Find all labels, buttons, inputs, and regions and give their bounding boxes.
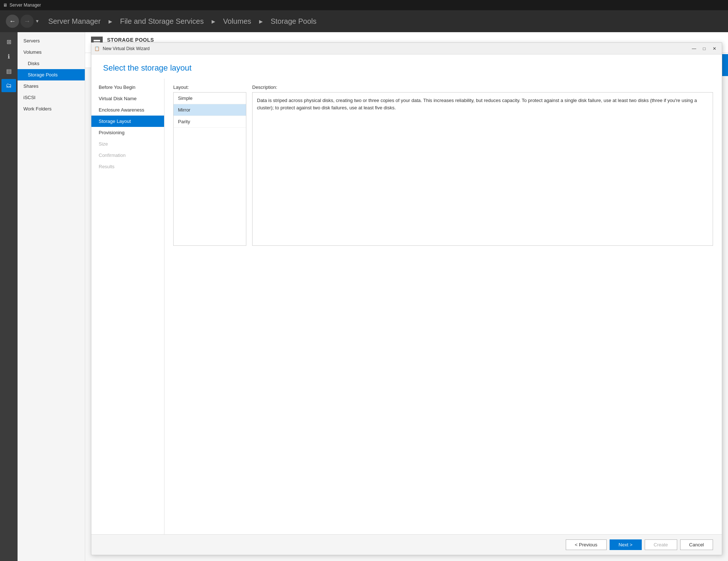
icon-dashboard[interactable]: ⊞ (1, 35, 16, 48)
icon-strip: ⊞ ℹ ▤ 🗂 (0, 32, 18, 561)
step-size: Size (91, 138, 164, 150)
step-results: Results (91, 161, 164, 172)
steps-panel: Before You Begin Virtual Disk Name Enclo… (91, 79, 164, 534)
step-virtual-disk-name[interactable]: Virtual Disk Name (91, 93, 164, 104)
header-nav: ← → ▼ Server Manager ▸ File and Storage … (0, 10, 728, 32)
breadcrumb-part4: Storage Pools (270, 17, 316, 25)
restore-button[interactable]: □ (700, 45, 709, 52)
wizard-content: Before You Begin Virtual Disk Name Enclo… (91, 79, 722, 534)
breadcrumb-sep3: ▸ (259, 17, 263, 25)
breadcrumb-part3: Volumes (223, 17, 251, 25)
sidebar-item-storage-pools[interactable]: Storage Pools (18, 69, 85, 80)
layout-listbox[interactable]: Simple Mirror Parity (173, 92, 246, 246)
minimize-button[interactable]: — (690, 45, 698, 52)
description-section: Description: Data is striped across phys… (252, 84, 713, 528)
step-storage-layout[interactable]: Storage Layout (91, 116, 164, 127)
wizard-main: Layout: Simple Mirror Parity Description… (164, 79, 722, 534)
layout-section: Layout: Simple Mirror Parity (173, 84, 246, 528)
sidebar-item-shares[interactable]: Shares (18, 80, 85, 92)
sidebar-item-iscsi[interactable]: iSCSI (18, 92, 85, 103)
wizard-page-title: Select the storage layout (103, 63, 710, 73)
step-confirmation: Confirmation (91, 150, 164, 161)
wizard-footer: < Previous Next > Create Cancel (91, 534, 722, 555)
app-icon: 🖥 (3, 3, 7, 8)
step-enclosure-awareness[interactable]: Enclosure Awareness (91, 104, 164, 116)
sidebar-item-work-folders[interactable]: Work Folders (18, 103, 85, 114)
layout-item-simple[interactable]: Simple (174, 93, 246, 104)
layout-item-parity[interactable]: Parity (174, 116, 246, 128)
layout-label: Layout: (173, 84, 246, 90)
svg-rect-0 (94, 40, 100, 41)
wizard-titlebar: 📋 New Virtual Disk Wizard — □ ✕ (91, 43, 722, 54)
sidebar: Servers Volumes Disks Storage Pools Shar… (18, 32, 85, 561)
wizard-title-section: Select the storage layout (91, 54, 722, 79)
description-label: Description: (252, 84, 713, 90)
create-button: Create (645, 539, 677, 550)
breadcrumb: Server Manager ▸ File and Storage Servic… (45, 17, 319, 26)
content-area: STORAGE POOLS All storage pools | 1 tota… (85, 32, 728, 561)
step-before-you-begin[interactable]: Before You Begin (91, 82, 164, 93)
layout-item-mirror[interactable]: Mirror (174, 104, 246, 116)
wizard-title: New Virtual Disk Wizard (103, 46, 149, 51)
wizard-titlebar-controls: — □ ✕ (690, 45, 719, 52)
breadcrumb-part2: File and Storage Services (120, 17, 204, 25)
icon-folders[interactable]: 🗂 (1, 79, 16, 92)
app-title: Server Manager (10, 3, 41, 8)
next-button[interactable]: Next > (610, 539, 642, 550)
description-text: Data is striped across physical disks, c… (257, 98, 697, 110)
nav-dropdown[interactable]: ▼ (35, 19, 39, 24)
wizard-titlebar-left: 📋 New Virtual Disk Wizard (94, 46, 149, 51)
wizard-icon: 📋 (94, 46, 100, 51)
cancel-button[interactable]: Cancel (680, 539, 713, 550)
breadcrumb-sep1: ▸ (109, 17, 112, 25)
pools-title: STORAGE POOLS (107, 37, 155, 43)
breadcrumb-part1: Server Manager (48, 17, 101, 25)
back-button[interactable]: ← (6, 15, 19, 28)
previous-button[interactable]: < Previous (566, 539, 607, 550)
sidebar-item-disks[interactable]: Disks (18, 58, 85, 69)
sidebar-item-servers[interactable]: Servers (18, 35, 85, 46)
forward-button[interactable]: → (20, 15, 34, 28)
step-provisioning[interactable]: Provisioning (91, 127, 164, 138)
icon-info[interactable]: ℹ (1, 50, 16, 63)
wizard-body: Select the storage layout Before You Beg… (91, 54, 722, 555)
main-container: ⊞ ℹ ▤ 🗂 Servers Volumes Disks Storage Po… (0, 32, 728, 561)
title-bar: 🖥 Server Manager (0, 0, 728, 10)
wizard-dialog: 📋 New Virtual Disk Wizard — □ ✕ Select t… (91, 42, 722, 555)
sidebar-item-volumes[interactable]: Volumes (18, 46, 85, 58)
description-box: Data is striped across physical disks, c… (252, 92, 713, 246)
breadcrumb-sep2: ▸ (212, 17, 215, 25)
icon-storage[interactable]: ▤ (1, 64, 16, 78)
close-button[interactable]: ✕ (710, 45, 719, 52)
